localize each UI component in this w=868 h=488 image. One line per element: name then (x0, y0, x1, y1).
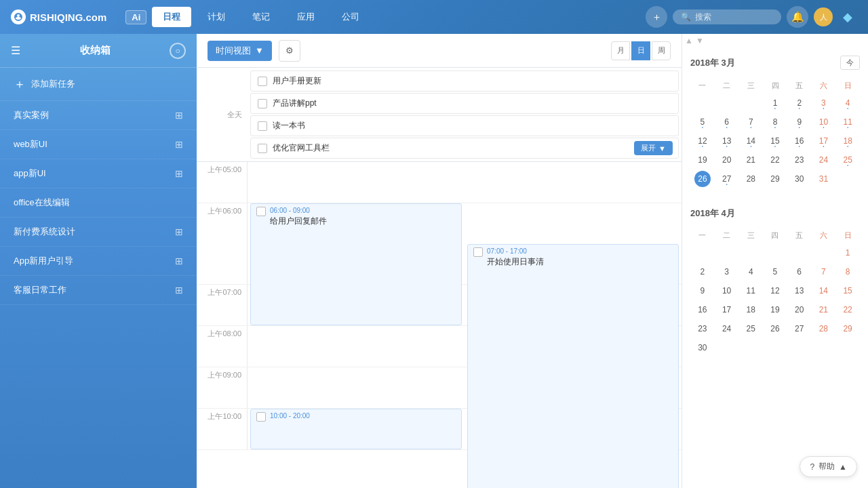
notification-button[interactable]: 🔔 (787, 6, 808, 28)
add-task-button[interactable]: ＋ 添加新任务 (0, 68, 197, 101)
cal-day[interactable]: 25 (835, 150, 860, 169)
cal-day[interactable] (738, 338, 763, 357)
cal-day[interactable]: 10 (812, 113, 836, 131)
cal-day[interactable]: 9 (787, 113, 812, 131)
cal-day[interactable] (690, 94, 715, 113)
cal-day[interactable]: 4 (835, 94, 860, 113)
add-button[interactable]: ＋ (646, 6, 667, 28)
cal-day[interactable]: 2 (690, 262, 715, 281)
event-daystrack[interactable]: 07:00 - 17:00 开始使用日事清 (467, 244, 679, 488)
cal-day[interactable]: 19 (690, 150, 715, 169)
event-checkbox-2[interactable] (258, 121, 267, 131)
cal-day[interactable]: 1 (763, 94, 787, 113)
all-day-event-3[interactable]: 优化官网工具栏 展开 ▼ (250, 138, 679, 159)
cal-day[interactable]: 29 (763, 169, 787, 188)
cal-day[interactable]: 16 (787, 131, 812, 150)
cal-day[interactable]: 10 (715, 281, 739, 300)
cal-day[interactable]: 6 (715, 113, 739, 131)
all-day-event-0[interactable]: 用户手册更新 (250, 70, 679, 92)
settings-button[interactable]: ⚙ (279, 40, 300, 62)
cal-day[interactable] (812, 243, 836, 262)
cal-day[interactable]: 8 (763, 113, 787, 131)
cal-day[interactable]: 3 (715, 262, 739, 281)
event-email-checkbox[interactable] (256, 207, 266, 216)
event-1000-checkbox[interactable] (256, 412, 266, 422)
sidebar-item-1[interactable]: web新UI ⊞ (0, 130, 197, 159)
cal-day[interactable] (763, 338, 787, 357)
sidebar-item-6[interactable]: 客服日常工作 ⊞ (0, 276, 197, 305)
cal-day[interactable]: 27 (715, 169, 739, 188)
cal-day[interactable]: 23 (690, 319, 715, 338)
cal-day[interactable]: 24 (812, 150, 836, 169)
cal-day[interactable]: 2 (787, 94, 812, 113)
cal-day[interactable]: 25 (738, 319, 763, 338)
sidebar-item-3[interactable]: office在线编辑 (0, 188, 197, 218)
cal-day[interactable]: 9 (690, 281, 715, 300)
cal-day[interactable]: 5 (763, 262, 787, 281)
cal-day[interactable]: 30 (787, 169, 812, 188)
event-daystrack-checkbox[interactable] (473, 247, 483, 257)
cal-day[interactable]: 29 (835, 319, 860, 338)
cal-day[interactable]: 22 (835, 300, 860, 319)
expand-button[interactable]: 展开 ▼ (634, 141, 673, 155)
cal-day[interactable]: 13 (715, 131, 739, 150)
view-dropdown-button[interactable]: 时间视图 ▼ (208, 41, 272, 61)
cal-day[interactable] (690, 243, 715, 262)
sidebar-circle-button[interactable]: ○ (170, 43, 186, 59)
cal-day[interactable]: 6 (787, 262, 812, 281)
cal-day[interactable]: 26 (763, 319, 787, 338)
cal-day[interactable]: 19 (763, 300, 787, 319)
cal-day[interactable]: 13 (787, 281, 812, 300)
cal-day[interactable]: 11 (738, 281, 763, 300)
cal-day[interactable]: 8 (835, 262, 860, 281)
today-button[interactable]: 今 (840, 56, 860, 70)
cal-day[interactable]: 12 (690, 131, 715, 150)
sidebar-item-4[interactable]: 新付费系统设计 ⊞ (0, 218, 197, 247)
cal-day[interactable]: 11 (835, 113, 860, 131)
cal-day[interactable]: 5 (690, 113, 715, 131)
cal-day[interactable]: 22 (763, 150, 787, 169)
cal-day[interactable]: 27 (787, 319, 812, 338)
cal-day[interactable]: 18 (835, 131, 860, 150)
nav-tab-notes[interactable]: 笔记 (241, 7, 281, 27)
cal-day[interactable]: 23 (787, 150, 812, 169)
cal-day[interactable]: 31 (812, 169, 836, 188)
cal-day[interactable]: 15 (835, 281, 860, 300)
cal-day[interactable]: 21 (739, 150, 764, 169)
cal-day[interactable]: 26 (690, 169, 715, 188)
logo[interactable]: RISHIQING.com (11, 9, 106, 24)
cal-day[interactable]: 1 (835, 243, 860, 262)
cal-day[interactable]: 14 (812, 281, 836, 300)
cal-day[interactable]: 24 (715, 319, 739, 338)
cal-day[interactable] (763, 243, 787, 262)
month-view-button[interactable]: 月 (611, 41, 630, 60)
day-view-button[interactable]: 日 (631, 41, 650, 60)
cal-day[interactable] (739, 94, 764, 113)
cal-day[interactable]: 30 (690, 338, 715, 357)
avatar[interactable]: 人 (814, 7, 833, 26)
cal-day[interactable]: 28 (812, 319, 836, 338)
cal-day[interactable]: 28 (739, 169, 764, 188)
cal-day[interactable]: 21 (812, 300, 836, 319)
cal-day[interactable]: 7 (812, 262, 836, 281)
ai-button[interactable]: Ai (125, 10, 146, 24)
cal-day[interactable] (835, 169, 860, 188)
cal-day[interactable] (738, 243, 763, 262)
cal-day[interactable] (715, 94, 739, 113)
cal-day[interactable] (787, 338, 812, 357)
cal-day[interactable]: 16 (690, 300, 715, 319)
sidebar-item-0[interactable]: 真实案例 ⊞ (0, 101, 197, 130)
cal-day[interactable] (715, 338, 739, 357)
event-1000[interactable]: 10:00 - 20:00 (250, 409, 462, 449)
nav-tab-apps[interactable]: 应用 (286, 7, 326, 27)
cal-day[interactable] (787, 243, 812, 262)
cal-day[interactable]: 14 (739, 131, 764, 150)
week-view-button[interactable]: 周 (652, 41, 671, 60)
help-button[interactable]: ? 帮助 ▲ (800, 456, 857, 477)
event-checkbox-3[interactable] (258, 144, 267, 153)
cal-day[interactable]: 20 (787, 300, 812, 319)
cal-day[interactable]: 20 (715, 150, 739, 169)
event-checkbox-0[interactable] (258, 77, 267, 86)
all-day-event-1[interactable]: 产品讲解ppt (250, 93, 679, 114)
cal-day[interactable]: 3 (812, 94, 836, 113)
